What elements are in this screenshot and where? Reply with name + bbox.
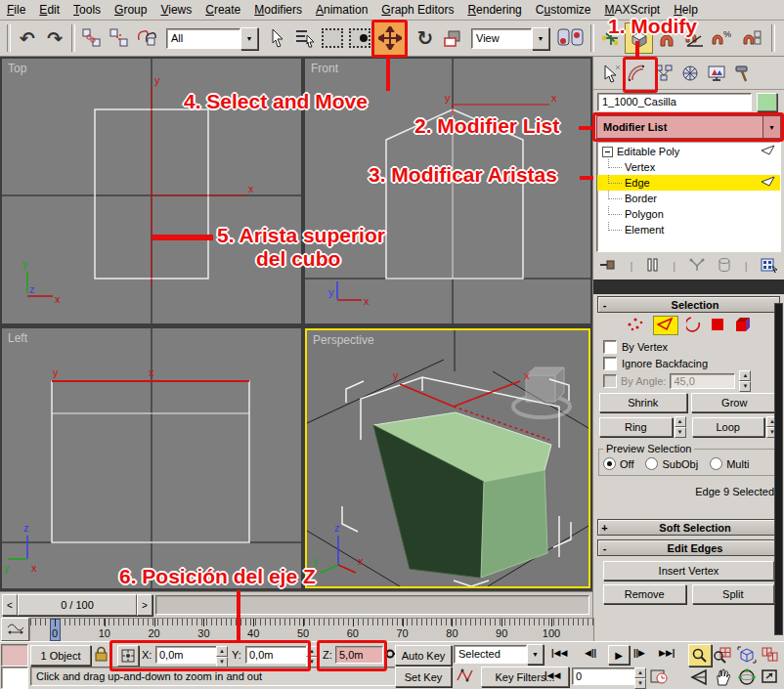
menu-group[interactable]: Group [108, 0, 153, 19]
select-and-link-icon[interactable] [78, 23, 106, 53]
zoom-extents-button[interactable] [737, 646, 757, 666]
menu-edit[interactable]: Edit [32, 0, 66, 19]
preview-off-radio[interactable] [603, 457, 616, 470]
make-unique-icon[interactable] [689, 257, 705, 275]
split-button[interactable]: Split [692, 584, 775, 604]
element-mode-icon[interactable] [733, 316, 753, 335]
object-color-swatch[interactable] [757, 93, 777, 111]
zoom-extents-all-button[interactable] [761, 646, 780, 666]
stack-item-border[interactable]: Border [597, 191, 780, 206]
tab-modify[interactable] [624, 60, 650, 87]
menu-views[interactable]: Views [153, 0, 198, 19]
menu-create[interactable]: Create [198, 0, 247, 19]
ring-spinner[interactable]: ▲▼ [675, 416, 686, 438]
zoom-tool-button[interactable] [688, 644, 712, 667]
menu-rendering[interactable]: Rendering [460, 0, 528, 19]
tab-motion[interactable] [676, 60, 703, 87]
loop-button[interactable]: Loop [692, 417, 765, 437]
collapse-box-icon[interactable] [602, 147, 613, 157]
default-tangents-icon[interactable] [456, 667, 475, 685]
select-and-move-button[interactable] [373, 21, 406, 56]
selection-filter-dropdown[interactable]: All ▼ [166, 28, 258, 49]
zoom-all-button[interactable] [713, 646, 732, 666]
field-of-view-button[interactable] [690, 668, 710, 688]
previous-frame-button[interactable]: ◀|| [585, 648, 596, 658]
menu-graph-editors[interactable]: Graph Editors [374, 0, 460, 19]
selection-lock-icon[interactable] [94, 646, 109, 665]
object-name-field[interactable]: 1_1000_Casilla [597, 93, 752, 111]
insert-vertex-button[interactable]: Insert Vertex [603, 561, 774, 581]
panel-scrollbar[interactable] [774, 303, 783, 635]
spinner-snap-toggle-icon[interactable] [735, 23, 768, 53]
go-to-start-button[interactable]: |◀◀ [551, 648, 567, 658]
reference-coordinate-system-dropdown[interactable]: View ▼ [471, 28, 549, 49]
track-bar[interactable]: 0102030405060708090100 [29, 618, 594, 642]
set-key-button[interactable]: Set Key [395, 667, 452, 687]
menu-animation[interactable]: Animation [309, 0, 374, 19]
undo-button[interactable]: ↶ [14, 23, 41, 53]
mini-curve-editor-button[interactable] [1, 618, 27, 639]
polygon-mode-icon[interactable] [710, 317, 725, 334]
pan-hand-button[interactable] [714, 668, 733, 688]
bind-to-space-warp-icon[interactable] [133, 23, 160, 53]
use-pivot-point-center-icon[interactable] [554, 23, 588, 53]
tab-utilities[interactable] [729, 60, 756, 87]
previous-key-button[interactable]: |◀◀ [544, 670, 560, 680]
maximize-viewport-toggle[interactable] [761, 668, 780, 688]
by-vertex-checkbox[interactable] [603, 340, 617, 354]
stack-item-polygon[interactable]: Polygon [597, 206, 780, 222]
viewport-perspective[interactable]: y x z y x Perspective [305, 328, 590, 588]
percent-snap-toggle-icon[interactable]: % [708, 23, 735, 53]
remove-button[interactable]: Remove [603, 584, 686, 604]
pin-stack-icon[interactable] [599, 257, 617, 275]
ring-button[interactable]: Ring [599, 417, 673, 437]
border-mode-icon[interactable] [686, 316, 702, 335]
edit-edges-rollout-header[interactable]: - Edit Edges [597, 539, 780, 556]
menu-tools[interactable]: Tools [66, 0, 108, 19]
grow-button[interactable]: Grow [691, 393, 779, 412]
redo-button[interactable]: ↷ [41, 23, 68, 53]
tab-display[interactable] [703, 60, 729, 87]
ignore-backfacing-checkbox[interactable] [603, 357, 617, 370]
by-angle-spinner[interactable]: ▲▼ [739, 370, 751, 392]
play-button[interactable]: ▶ [608, 645, 630, 665]
go-to-end-button[interactable]: ▶▶| [659, 648, 675, 658]
unlink-selection-icon[interactable] [106, 23, 133, 53]
time-slider-next-arrow[interactable]: > [137, 594, 152, 616]
y-coord-spinner[interactable]: ▲▼ [306, 646, 318, 667]
time-slider-handle[interactable]: 0 / 100 [18, 594, 137, 616]
select-and-scale-icon[interactable] [439, 23, 466, 53]
viewport-left[interactable]: y x z y x Left [2, 328, 301, 588]
key-mode-dropdown[interactable]: Selected ▼ [454, 645, 544, 664]
next-frame-button[interactable]: ||▶ [633, 648, 645, 658]
select-by-name-icon[interactable] [291, 23, 319, 53]
menu-modifiers[interactable]: Modifiers [247, 0, 309, 19]
time-slider-track[interactable] [155, 595, 589, 615]
stack-item-vertex[interactable]: Vertex [597, 159, 780, 175]
menu-customize[interactable]: Customize [529, 0, 598, 19]
y-coord-field[interactable]: 0,0m [245, 646, 309, 664]
x-coord-spinner[interactable]: ▲▼ [216, 646, 228, 667]
by-angle-field[interactable]: 45,0 [670, 373, 735, 389]
arc-rotate-button[interactable] [737, 668, 757, 688]
vertex-mode-icon[interactable] [626, 316, 645, 335]
select-object-icon[interactable] [264, 23, 291, 53]
preview-multi-radio[interactable] [710, 457, 722, 470]
show-end-result-icon[interactable] [646, 257, 660, 275]
stack-item-edge[interactable]: Edge [597, 175, 780, 191]
selection-rollout-header[interactable]: - Selection [597, 296, 780, 313]
window-crossing-icon[interactable] [346, 23, 373, 53]
absolute-offset-toggle[interactable] [117, 645, 139, 667]
edge-mode-icon[interactable] [653, 316, 678, 335]
modifier-list-dropdown[interactable]: Modifier List ▼ [596, 115, 781, 139]
shrink-button[interactable]: Shrink [599, 393, 687, 412]
preview-subobj-radio[interactable] [645, 457, 658, 470]
rectangular-selection-region-icon[interactable] [319, 23, 346, 53]
auto-key-button[interactable]: Auto Key [395, 645, 452, 666]
z-coord-field[interactable]: 5,0m [335, 646, 383, 664]
stack-item-editable-poly[interactable]: Editable Poly [597, 144, 780, 159]
current-frame-field[interactable]: 0 [572, 667, 637, 685]
dropdown-arrow-icon[interactable]: ▼ [762, 116, 780, 138]
configure-modifier-sets-icon[interactable] [761, 257, 778, 275]
time-slider-prev-arrow[interactable]: < [2, 594, 18, 616]
